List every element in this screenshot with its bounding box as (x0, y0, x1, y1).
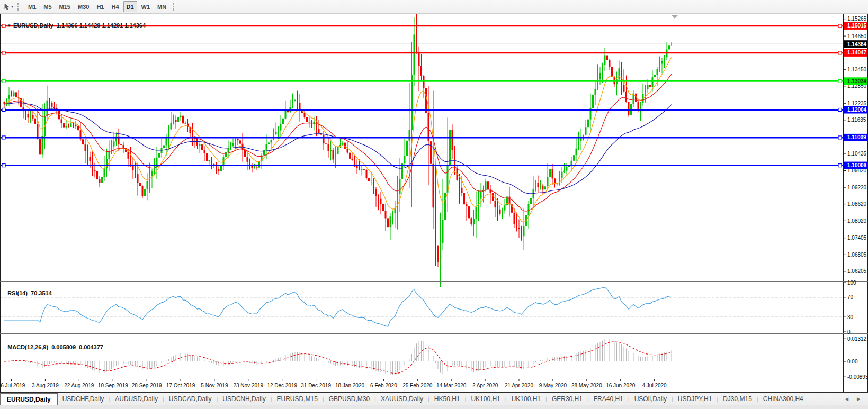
chart-menu-caret-icon[interactable]: ▼ (7, 23, 11, 28)
timeframe-button-w1[interactable]: W1 (138, 1, 154, 12)
main-pane[interactable] (0, 10, 843, 287)
svg-text:0.013121: 0.013121 (847, 336, 868, 342)
svg-text:12 Dec 2019: 12 Dec 2019 (267, 383, 297, 388)
svg-text:0: 0 (847, 329, 851, 335)
chart-tab-ger30-h1[interactable]: GER30,H1 (547, 393, 587, 405)
tabs-scroll-left-icon[interactable]: ◀ (845, 396, 848, 402)
rsi-axis: 10070300 (843, 280, 856, 335)
chart-tab-usdcad-daily[interactable]: USDCAD,Daily (164, 393, 217, 405)
svg-text:23 Nov 2019: 23 Nov 2019 (233, 383, 263, 388)
chart-tab-dj30-m15[interactable]: DJ30,M15 (718, 393, 757, 405)
date-axis[interactable]: 16 Jul 20193 Aug 201922 Aug 201910 Sep 2… (0, 379, 667, 388)
chart-shift-marker-icon[interactable] (671, 15, 678, 19)
cursor-tool-button[interactable]: ▾ (0, 1, 15, 12)
svg-text:1.13034: 1.13034 (847, 78, 867, 84)
svg-text:1.10008: 1.10008 (847, 162, 867, 168)
svg-text:1.15265: 1.15265 (847, 16, 867, 22)
chart-tab-china300-h4[interactable]: CHINA300,H4 (758, 393, 808, 405)
hline-1.14047[interactable] (0, 51, 843, 54)
svg-text:1.14650: 1.14650 (847, 33, 867, 39)
timeframe-button-m1[interactable]: M1 (25, 1, 39, 12)
svg-text:31 Dec 2019: 31 Dec 2019 (301, 383, 331, 388)
hline-1.10008[interactable] (0, 164, 843, 167)
svg-text:1.08020: 1.08020 (847, 218, 867, 224)
timeframe-button-m5[interactable]: M5 (40, 1, 55, 12)
chart-tab-usdchf-daily[interactable]: USDCHF,Daily (58, 393, 109, 405)
svg-text:1.12235: 1.12235 (847, 101, 867, 106)
chart-tab-usoil-daily[interactable]: USOil,Daily (630, 393, 672, 405)
svg-text:18 Jan 2020: 18 Jan 2020 (335, 383, 364, 388)
svg-text:70: 70 (847, 294, 854, 300)
svg-text:2 Apr 2020: 2 Apr 2020 (472, 383, 498, 388)
svg-text:17 Oct 2019: 17 Oct 2019 (166, 383, 195, 388)
svg-text:16 Jun 2020: 16 Jun 2020 (606, 383, 635, 388)
mt4-window: { "toolbar": { "cursor_tool": "cursor-po… (0, 0, 868, 409)
rsi-line (4, 287, 672, 326)
timeframe-button-mn[interactable]: MN (154, 1, 169, 12)
toolbar-grip (17, 3, 21, 11)
svg-text:1.15015: 1.15015 (847, 23, 867, 29)
chart-tab-gbpusd-m30[interactable]: GBPUSD,M30 (324, 393, 374, 405)
cursor-pointer-icon (3, 3, 10, 11)
timeframe-button-m15[interactable]: M15 (56, 1, 74, 12)
svg-text:1.07405: 1.07405 (847, 235, 867, 241)
svg-text:1.06205: 1.06205 (847, 268, 867, 274)
svg-text:28 May 2020: 28 May 2020 (571, 383, 602, 388)
chart-title: ▼EURUSD,Daily1.14366 1.14429 1.14291 1.1… (4, 16, 146, 29)
chart-tab-fra40-h1[interactable]: FRA40,H1 (589, 393, 628, 405)
timeframe-button-m30[interactable]: M30 (75, 1, 92, 12)
rsi-pane[interactable] (0, 287, 843, 326)
chart-tab-eurusd-daily[interactable]: EURUSD,Daily (0, 393, 58, 405)
symbol-period-label: EURUSD,Daily (13, 22, 53, 29)
chart-tab-uk100-h1[interactable]: UK100,H1 (466, 393, 505, 405)
svg-text:30: 30 (847, 314, 854, 320)
svg-text:1.06805: 1.06805 (847, 252, 867, 258)
svg-text:10 Sep 2019: 10 Sep 2019 (98, 383, 128, 388)
ohlc-values: 1.14366 1.14429 1.14291 1.14364 (57, 22, 146, 29)
svg-text:4 Jul 2020: 4 Jul 2020 (642, 383, 667, 388)
status-strip (0, 405, 868, 409)
macd-main-value: 0.005809 (51, 344, 76, 350)
svg-text:1.11635: 1.11635 (847, 117, 866, 123)
price-axis[interactable]: 1.152651.146501.134501.128501.122351.116… (843, 16, 867, 274)
macd-axis: 0.0131210.00-0.008933 (843, 336, 868, 380)
svg-text:1.14047: 1.14047 (847, 50, 867, 56)
macd-signal-value: 0.004377 (79, 344, 103, 350)
chart-tab-audusd-daily[interactable]: AUDUSD,Daily (110, 393, 163, 405)
hline-1.11009[interactable] (0, 136, 843, 139)
chevron-down-icon[interactable]: ▾ (11, 4, 13, 9)
timeframe-button-h4[interactable]: H4 (108, 1, 122, 12)
toolbar-grip (173, 3, 176, 11)
svg-text:0.00: 0.00 (847, 359, 858, 365)
chart-tab-hk50-h1[interactable]: HK50,H1 (429, 393, 465, 405)
rsi-name: RSI(14) (7, 290, 28, 296)
svg-text:1.13450: 1.13450 (847, 67, 867, 72)
svg-text:-0.008933: -0.008933 (847, 374, 868, 380)
hline-1.12004[interactable] (0, 108, 843, 112)
timeframe-button-h1[interactable]: H1 (93, 1, 107, 12)
svg-text:25 Feb 2020: 25 Feb 2020 (402, 383, 433, 388)
svg-text:1.12004: 1.12004 (847, 107, 867, 113)
chart-tab-xauusd-daily[interactable]: XAUUSD,Daily (376, 393, 428, 405)
svg-text:1.10435: 1.10435 (847, 151, 867, 157)
chart-tab-uk100-h1[interactable]: UK100,H1 (507, 393, 545, 405)
tabs-scroll-right-icon[interactable]: ▶ (857, 396, 861, 402)
chart-canvas[interactable]: 1.152651.146501.134501.128501.122351.116… (0, 0, 868, 392)
chart-tab-usdcnh-daily[interactable]: USDCNH,Daily (218, 393, 270, 405)
timeframe-button-d1[interactable]: D1 (123, 1, 137, 12)
svg-text:1.14364: 1.14364 (847, 41, 867, 47)
svg-text:1.08620: 1.08620 (847, 201, 867, 207)
toolbar: ▾ M1M5M15M30H1H4D1W1MN (0, 0, 868, 14)
svg-text:1.09220: 1.09220 (847, 185, 867, 190)
macd-name: MACD(12,26,9) (7, 344, 48, 350)
ma-fast-line (4, 58, 672, 223)
svg-text:14 Mar 2020: 14 Mar 2020 (436, 383, 467, 388)
svg-text:5 Nov 2019: 5 Nov 2019 (201, 383, 228, 388)
svg-text:100: 100 (847, 280, 856, 286)
rsi-value: 70.3514 (31, 290, 52, 296)
chart-tab-eurusd-m15[interactable]: EURUSD,M15 (272, 393, 323, 405)
chart-tab-usdjpy-h1[interactable]: USDJPY,H1 (673, 393, 717, 405)
macd-pane[interactable] (4, 339, 672, 375)
svg-text:21 Apr 2020: 21 Apr 2020 (505, 383, 533, 388)
ma-mid-line (4, 74, 672, 211)
